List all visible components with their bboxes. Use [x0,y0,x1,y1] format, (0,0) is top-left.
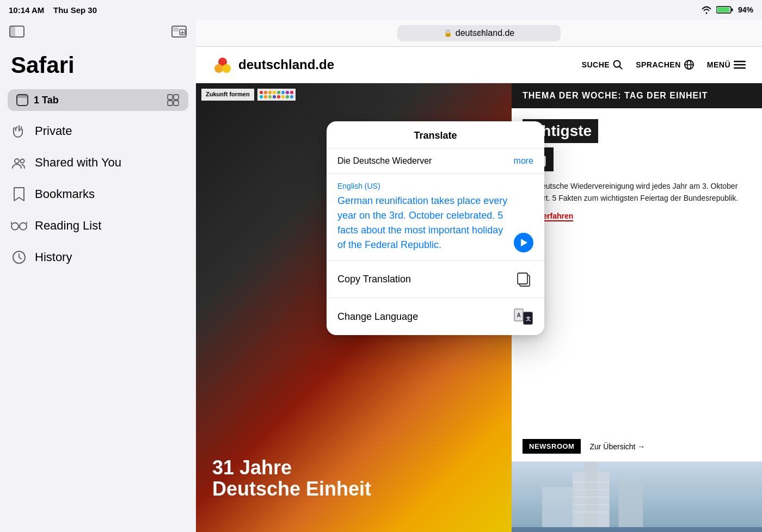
battery-icon [716,5,734,14]
status-time: 10:14 AM [9,5,44,15]
battery-percent: 94% [738,5,753,14]
thema-banner: THEMA DER WOCHE: TAG DER EINHEIT [512,83,762,108]
browser-toolbar: 🔒 deutschland.de [196,20,762,47]
translate-original-text: Die Deutsche Wiederver [337,156,432,166]
people-icon [11,154,27,171]
svg-point-17 [21,159,24,163]
sidebar: Safari 1 Tab [0,20,196,532]
tabs-count-label: 1 Tab [34,95,59,106]
copy-translation-button[interactable]: Copy Translation [327,261,544,298]
toolbar-dot [483,32,486,34]
newsroom-section: NEWSROOM Zur Übersicht → [512,431,762,462]
svg-rect-12 [168,95,173,100]
svg-rect-2 [717,8,729,13]
sidebar-item-reading-list[interactable]: Reading List [0,210,196,242]
logo-svg [212,54,233,75]
website-body: Zukunft formen [196,83,762,532]
sidebar-item-label: Shared with You [35,156,121,170]
svg-text:A: A [517,312,520,318]
language-icon: A 文 [514,307,533,326]
translate-translated-text: German reunification takes place every y… [337,194,514,252]
site-nav: SUCHE SPRACHEN [582,60,746,70]
svg-rect-14 [168,101,173,106]
translate-title: Translate [414,130,457,141]
lock-icon: 🔒 [444,29,452,37]
zur-link[interactable]: Zur Übersicht → [589,442,645,451]
menu-icon [734,60,746,69]
bookmark-icon [11,186,27,202]
sidebar-item-label: Bookmarks [35,187,95,201]
bottom-image [512,462,762,532]
nav-suche[interactable]: SUCHE [582,60,623,70]
translate-result-content: English (US) German reunification takes … [337,182,514,252]
wifi-icon [701,5,712,14]
translate-result: English (US) German reunification takes … [327,174,544,261]
svg-rect-29 [585,462,597,527]
dot-pattern [257,89,296,101]
hero-top-content: Zukunft formen [201,89,506,101]
sidebar-item-shared[interactable]: Shared with You [0,147,196,178]
tab-icon [16,94,28,106]
svg-point-19 [20,223,27,230]
browser-area: 🔒 deutschland.de deutschland.de [196,20,762,532]
svg-rect-11 [17,95,28,98]
svg-rect-30 [618,482,643,527]
status-indicators: 94% [701,5,753,14]
bottom-image-svg [512,462,762,527]
svg-rect-15 [174,101,179,106]
sidebar-item-private[interactable]: Private [0,115,196,147]
hero-years: 31 Jahre Deutsche Einheit [212,457,371,500]
svg-point-16 [15,159,19,163]
toolbar-dot [472,32,475,34]
body-text: Die Deutsche Wiedervereinigung wird jede… [523,180,751,205]
svg-rect-13 [174,95,179,100]
sidebar-item-bookmarks[interactable]: Bookmarks [0,178,196,210]
tabs-button[interactable]: 1 Tab [8,89,188,111]
translate-lang: English (US) [337,182,514,190]
sidebar-item-label: Reading List [35,219,101,233]
translate-popup: Translate Die Deutsche Wiederver more En… [327,121,544,335]
svg-rect-38 [518,273,527,284]
translate-more-link[interactable]: more [514,156,533,166]
sidebar-item-label: Private [35,124,72,138]
copy-translation-label: Copy Translation [337,274,411,285]
newsroom-area: NEWSROOM Zur Übersicht → [512,431,762,532]
hand-icon [11,123,27,139]
hero-right-section: THEMA DER WOCHE: TAG DER EINHEIT ichtigs… [512,83,762,532]
toolbar-dots [472,32,486,34]
site-logo[interactable]: deutschland.de [212,54,334,75]
main-layout: Safari 1 Tab [0,20,762,532]
svg-point-22 [214,64,223,73]
status-bar: 10:14 AM Thu Sep 30 94% [0,0,762,20]
new-tab-icon[interactable] [171,25,187,40]
svg-point-18 [11,223,19,230]
nav-menu[interactable]: MENÜ [707,60,746,69]
svg-rect-1 [731,9,733,11]
grid-tabs-icon [167,94,180,107]
glasses-icon [11,218,27,234]
change-language-button[interactable]: Change Language A 文 [327,298,544,335]
globe-icon [684,60,694,70]
play-button[interactable] [514,233,533,252]
copy-icon [514,269,533,289]
svg-rect-4 [10,26,15,37]
hero-text-overlay: 31 Jahre Deutsche Einheit [212,457,371,500]
sidebar-tab-icon[interactable] [9,25,25,40]
svg-rect-31 [542,487,576,527]
zukunft-text: Zukunft formen [201,89,254,101]
status-date: Thu Sep 30 [53,5,97,15]
translate-original: Die Deutsche Wiederver more [327,149,544,174]
svg-text:文: 文 [526,316,531,321]
hero-right-body: ichtigste ag Die Deutsche Wiedervereinig… [512,108,762,431]
nav-sprachen[interactable]: SPRACHEN [636,60,694,70]
site-name: deutschland.de [238,57,334,72]
website-header: deutschland.de SUCHE SPRACHEN [196,47,762,83]
sidebar-item-label: History [35,250,72,264]
website-content: deutschland.de SUCHE SPRACHEN [196,47,762,532]
status-time-date: 10:14 AM Thu Sep 30 [9,5,97,15]
translate-header: Translate [327,121,544,149]
play-triangle [521,239,527,246]
nav-suche-label: SUCHE [582,60,610,69]
nav-sprachen-label: SPRACHEN [636,60,681,69]
sidebar-item-history[interactable]: History [0,242,196,273]
